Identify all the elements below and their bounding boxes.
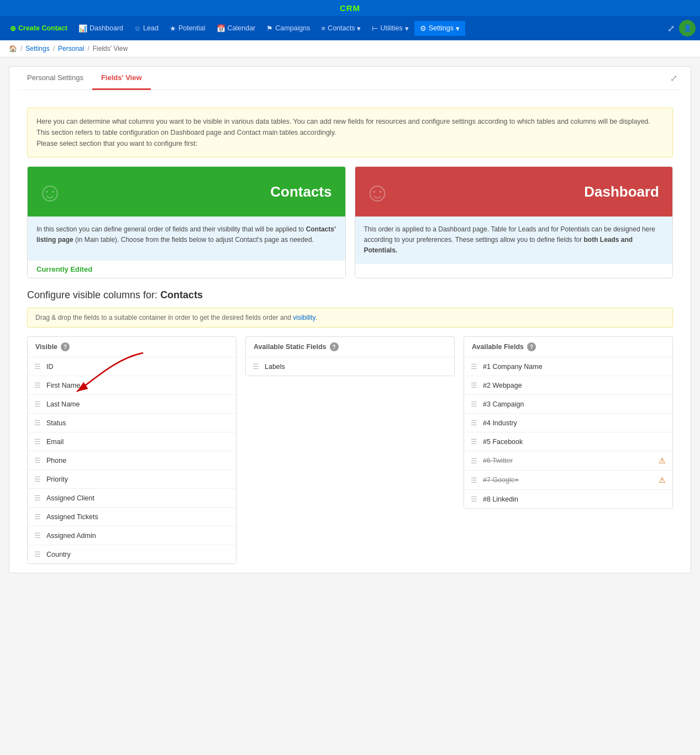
dashboard-card-icon: ☺ [364,177,391,207]
available-help-icon[interactable]: ? [527,342,536,351]
drag-handle-facebook[interactable]: ☰ [471,437,477,446]
drag-handle-google-plus[interactable]: ☰ [471,476,477,484]
field-webpage[interactable]: ☰ #2 Webpage [464,376,672,395]
drag-handle-linkedin[interactable]: ☰ [471,495,477,503]
field-country[interactable]: ☰ Country [28,545,236,563]
contacts-card-footer: Currently Edited [28,261,345,278]
nav-right: ⤢ 👤 [665,20,696,36]
expand-icon[interactable]: ⤢ [665,21,677,36]
campaigns-icon: ⚑ [266,24,273,33]
available-fields-column: Available Fields ? ☰ #1 Company Name ☰ #… [464,336,673,509]
field-company-name[interactable]: ☰ #1 Company Name [464,357,672,376]
breadcrumb-settings[interactable]: Settings [25,45,49,52]
settings-icon: ⚙ [420,24,427,33]
tab-personal-settings[interactable]: Personal Settings [18,67,92,90]
nav-calendar[interactable]: 📅 Calendar [211,21,261,36]
field-assigned-tickets[interactable]: ☰ Assigned Tickets [28,508,236,526]
field-twitter[interactable]: ☰ #6 Twitter ⚠ [464,451,672,471]
available-fields-header: Available Fields ? [464,337,672,357]
drag-handle-phone[interactable]: ☰ [34,456,41,464]
field-assigned-admin[interactable]: ☰ Assigned Admin [28,526,236,545]
currently-edited-label: Currently Edited [36,265,92,273]
field-id[interactable]: ☰ ID [28,357,236,376]
nav-campaigns[interactable]: ⚑ Campaigns [261,21,315,36]
info-line3: Please select section that you want to c… [36,138,664,149]
drag-handle-industry[interactable]: ☰ [471,419,477,427]
nav-dashboard[interactable]: 📊 Dashboard [73,21,129,36]
avatar[interactable]: 👤 [679,20,696,36]
drag-hint: Drag & drop the fields to a suitable con… [27,308,673,328]
field-last-name[interactable]: ☰ Last Name [28,395,236,414]
field-email[interactable]: ☰ Email [28,432,236,451]
tabs-expand-icon[interactable]: ⤢ [666,68,682,88]
utilities-icon: ⊢ [372,24,378,33]
contacts-chevron: ▾ [357,24,361,33]
drag-handle-campaign[interactable]: ☰ [471,400,477,408]
contacts-card-header: ☺ Contacts [28,167,345,217]
tab-fields-view[interactable]: Fields' View [92,67,151,90]
nav-potential[interactable]: ★ Potential [164,21,211,36]
field-google-plus[interactable]: ☰ #7 Google+ ⚠ [464,471,672,490]
field-labels[interactable]: ☰ Labels [246,357,454,376]
field-first-name[interactable]: ☰ First Name [28,376,236,395]
field-linkedin[interactable]: ☰ #8 Linkedin [464,490,672,508]
contacts-card[interactable]: ☺ Contacts In this section you can defin… [27,166,346,278]
drag-handle-email[interactable]: ☰ [34,437,41,446]
create-contact-nav[interactable]: ⊕ Create Contact [4,21,73,36]
nav-contacts[interactable]: ≡ Contacts ▾ [316,21,367,36]
potential-icon: ★ [170,24,176,33]
field-phone[interactable]: ☰ Phone [28,451,236,470]
dashboard-card-header: ☺ Dashboard [355,167,673,217]
configure-entity: Contacts [160,289,203,300]
visibility-link[interactable]: visibility [293,314,315,321]
info-line2: This section refers to table configurati… [36,127,664,138]
contacts-card-icon: ☺ [36,177,64,207]
drag-handle-id[interactable]: ☰ [34,362,41,371]
drag-handle-assigned-tickets[interactable]: ☰ [34,513,41,521]
drag-handle-company-name[interactable]: ☰ [471,362,477,371]
breadcrumb-fields-view: Fields' View [93,45,128,52]
dashboard-card-bold: both Leads and Potentials. [364,236,633,254]
drag-handle-last-name[interactable]: ☰ [34,400,41,408]
breadcrumb-personal[interactable]: Personal [58,45,84,52]
drag-handle-twitter[interactable]: ☰ [471,457,477,465]
info-box: Here you can determine what columns you … [27,108,673,157]
columns-area: Visible ? ☰ ID ☰ First Name ☰ [27,336,673,564]
contacts-card-bold: Contacts' listing page [36,225,336,244]
dashboard-card-body: This order is applied to a Dashboard pag… [355,217,673,264]
drag-handle-webpage[interactable]: ☰ [471,381,477,389]
nav-settings[interactable]: ⚙ Settings ▾ [414,21,465,36]
drag-handle-status[interactable]: ☰ [34,419,41,427]
drag-handle-assigned-client[interactable]: ☰ [34,494,41,502]
twitter-warn-icon: ⚠ [659,456,666,465]
top-bar: CRM [0,0,700,16]
static-help-icon[interactable]: ? [330,342,339,351]
field-facebook[interactable]: ☰ #5 Facebook [464,432,672,451]
nav-utilities[interactable]: ⊢ Utilities ▾ [366,21,414,36]
contacts-icon: ≡ [322,24,326,33]
dashboard-card[interactable]: ☺ Dashboard This order is applied to a D… [355,166,673,278]
plus-icon: ⊕ [10,24,16,33]
columns-layout: Visible ? ☰ ID ☰ First Name ☰ [27,336,673,564]
settings-chevron: ▾ [456,24,460,33]
field-assigned-client[interactable]: ☰ Assigned Client [28,489,236,508]
field-industry[interactable]: ☰ #4 Industry [464,414,672,432]
home-icon[interactable]: 🏠 [9,45,17,52]
field-campaign[interactable]: ☰ #3 Campaign [464,395,672,414]
drag-handle-first-name[interactable]: ☰ [34,381,41,389]
tabs-header: Personal Settings Fields' View ⤢ [18,67,682,90]
contacts-card-title: Contacts [270,183,331,200]
field-priority[interactable]: ☰ Priority [28,470,236,489]
info-line1: Here you can determine what columns you … [36,116,664,127]
drag-handle-priority[interactable]: ☰ [34,475,41,483]
calendar-icon: 📅 [217,24,225,33]
static-fields-header: Available Static Fields ? [246,337,454,357]
google-plus-warn-icon: ⚠ [659,476,666,484]
drag-handle-assigned-admin[interactable]: ☰ [34,531,41,540]
main-content: Personal Settings Fields' View ⤢ Here yo… [0,57,700,582]
field-status[interactable]: ☰ Status [28,414,236,432]
drag-handle-labels[interactable]: ☰ [252,362,259,371]
drag-handle-country[interactable]: ☰ [34,550,41,558]
nav-lead[interactable]: ☆ Lead [129,21,164,36]
visible-help-icon[interactable]: ? [61,342,70,351]
